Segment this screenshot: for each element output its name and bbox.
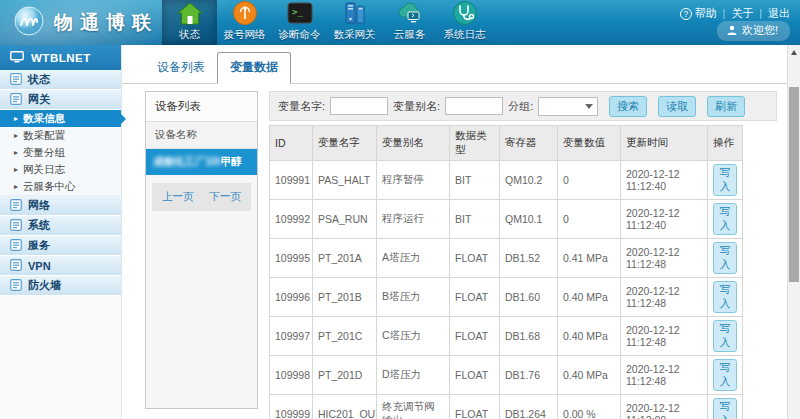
logo-text: 物通博联: [54, 10, 158, 36]
dial-network-icon: [232, 0, 258, 26]
write-button[interactable]: 写入: [713, 203, 737, 235]
sidebar-item-label: 服务: [28, 238, 50, 253]
sidebar-item-label: 网关: [28, 92, 50, 107]
cell-name: PSA_RUN: [313, 200, 377, 239]
scroll-up-icon: [791, 50, 797, 55]
body: WTBLNET 状态网关▸数采信息▸数采配置▸变量分组▸网关日志▸云服务中心网络…: [0, 45, 800, 419]
column-header: 变量名字: [313, 126, 377, 161]
cell-value: 0.40 MPa: [558, 317, 621, 356]
var-alias-input[interactable]: [445, 97, 503, 115]
write-button[interactable]: 写入: [713, 281, 737, 313]
cell-type: BIT: [450, 161, 500, 200]
sidebar-item[interactable]: VPN: [0, 256, 121, 276]
cell-register: QM10.2: [500, 161, 558, 200]
logout-link[interactable]: 退出: [768, 6, 790, 21]
sidebar-item[interactable]: 网络: [0, 196, 121, 216]
group-label: 分组:: [508, 99, 533, 114]
group-select[interactable]: [538, 97, 598, 116]
cell-action: 写入: [708, 278, 743, 317]
table-body: 109991PAS_HALT程序暂停BITQM10.202020-12-12 1…: [270, 161, 743, 419]
device-prev-page-button[interactable]: 上一页: [162, 190, 194, 204]
cell-type: FLOAT: [450, 395, 500, 419]
cell-name: PT_201A: [313, 239, 377, 278]
sidebar-item[interactable]: 服务: [0, 236, 121, 256]
tab-device-list[interactable]: 设备列表: [145, 53, 217, 83]
read-button[interactable]: 读取: [658, 96, 696, 117]
var-name-input[interactable]: [330, 97, 388, 115]
sidebar-item[interactable]: 网关: [0, 90, 121, 110]
scrollbar-thumb[interactable]: [789, 87, 799, 282]
cell-value: 0.41 MPa: [558, 239, 621, 278]
sidebar-subitem[interactable]: ▸云服务中心: [0, 178, 121, 195]
sidebar-subitem[interactable]: ▸变量分组: [0, 144, 121, 161]
sidebar-item[interactable]: 防火墙: [0, 276, 121, 296]
sidebar-subitem[interactable]: ▸数采信息: [0, 110, 121, 127]
device-name-label: 设备名称: [146, 122, 257, 149]
cell-alias: 程序暂停: [377, 161, 450, 200]
sidebar-subitem-label: 数采配置: [23, 129, 65, 143]
sidebar-subitem-label: 云服务中心: [23, 180, 76, 194]
nav-item-label: 数采网关: [334, 28, 376, 42]
nav-item-gateway[interactable]: 数采网关: [327, 0, 382, 45]
list-icon: [10, 259, 22, 273]
nav-item-home[interactable]: 状态: [162, 0, 217, 45]
list-icon: [10, 219, 22, 233]
sidebar-subitem[interactable]: ▸数采配置: [0, 127, 121, 144]
about-link[interactable]: 关于: [731, 6, 753, 21]
cloud-service-icon: [396, 0, 424, 26]
column-header: 变量数值: [558, 126, 621, 161]
nav-item-system-log[interactable]: 系统日志: [437, 0, 492, 45]
table-row: 109997PT_201CC塔压力FLOATDB1.680.40 MPa2020…: [270, 317, 743, 356]
sidebar-item-label: 状态: [28, 72, 50, 87]
filter-bar: 变量名字: 变量别名: 分组: 搜索 读取 刷新: [269, 91, 777, 121]
column-header: 数据类型: [450, 126, 500, 161]
cell-name: PT_201B: [313, 278, 377, 317]
sidebar-item[interactable]: 状态: [0, 70, 121, 90]
write-button[interactable]: 写入: [713, 320, 737, 352]
cell-value: 0.00 %: [558, 395, 621, 419]
nav-item-cloud-service[interactable]: 云服务: [382, 0, 437, 45]
cell-register: DB1.68: [500, 317, 558, 356]
top-nav: 状态拨号网络>_诊断命令数采网关云服务系统日志: [162, 0, 492, 45]
link-divider: |: [759, 8, 762, 19]
cell-type: FLOAT: [450, 239, 500, 278]
user-icon: [727, 25, 737, 37]
cell-name: PT_201D: [313, 356, 377, 395]
column-header: ID: [270, 126, 313, 161]
scroll-up-button[interactable]: [788, 45, 800, 59]
list-icon: [10, 279, 22, 293]
write-button[interactable]: 写入: [713, 398, 737, 419]
write-button[interactable]: 写入: [713, 164, 737, 196]
table-header-row: ID变量名字变量别名数据类型寄存器变量数值更新时间操作: [270, 126, 743, 161]
nav-item-dial-network[interactable]: 拨号网络: [217, 0, 272, 45]
refresh-button[interactable]: 刷新: [707, 96, 745, 117]
cell-action: 写入: [708, 161, 743, 200]
welcome-text: 欢迎您!: [742, 23, 778, 38]
chevron-down-icon: [585, 104, 593, 109]
write-button[interactable]: 写入: [713, 242, 737, 274]
nav-item-terminal[interactable]: >_诊断命令: [272, 0, 327, 45]
device-next-page-button[interactable]: 下一页: [210, 190, 242, 204]
top-header: 物通博联 状态拨号网络>_诊断命令数采网关云服务系统日志 ? 帮助 | 关于 |…: [0, 0, 800, 45]
cell-action: 写入: [708, 317, 743, 356]
search-button[interactable]: 搜索: [609, 96, 647, 117]
device-list-item[interactable]: 成都化工厂10t甲醇: [146, 149, 257, 175]
table-row: 109991PAS_HALT程序暂停BITQM10.202020-12-12 1…: [270, 161, 743, 200]
cell-alias: D塔压力: [377, 356, 450, 395]
write-button[interactable]: 写入: [713, 359, 737, 391]
nav-item-label: 拨号网络: [224, 28, 266, 42]
help-link[interactable]: ? 帮助: [680, 6, 717, 21]
nav-item-label: 系统日志: [444, 28, 486, 42]
sidebar-submenu: ▸数采信息▸数采配置▸变量分组▸网关日志▸云服务中心: [0, 110, 121, 196]
cell-value: 0.40 MPa: [558, 356, 621, 395]
page: 物通博联 状态拨号网络>_诊断命令数采网关云服务系统日志 ? 帮助 | 关于 |…: [0, 0, 800, 419]
sidebar-item[interactable]: 系统: [0, 216, 121, 236]
column-header: 寄存器: [500, 126, 558, 161]
sidebar-subitem[interactable]: ▸网关日志: [0, 161, 121, 178]
cell-time: 2020-12-12 11:12:48: [621, 356, 708, 395]
cell-id: 109995: [270, 239, 313, 278]
tab-variable-data[interactable]: 变量数据: [217, 52, 291, 84]
welcome-badge[interactable]: 欢迎您!: [717, 21, 790, 41]
sidebar-item-label: 系统: [28, 218, 50, 233]
vertical-scrollbar[interactable]: [787, 45, 800, 419]
